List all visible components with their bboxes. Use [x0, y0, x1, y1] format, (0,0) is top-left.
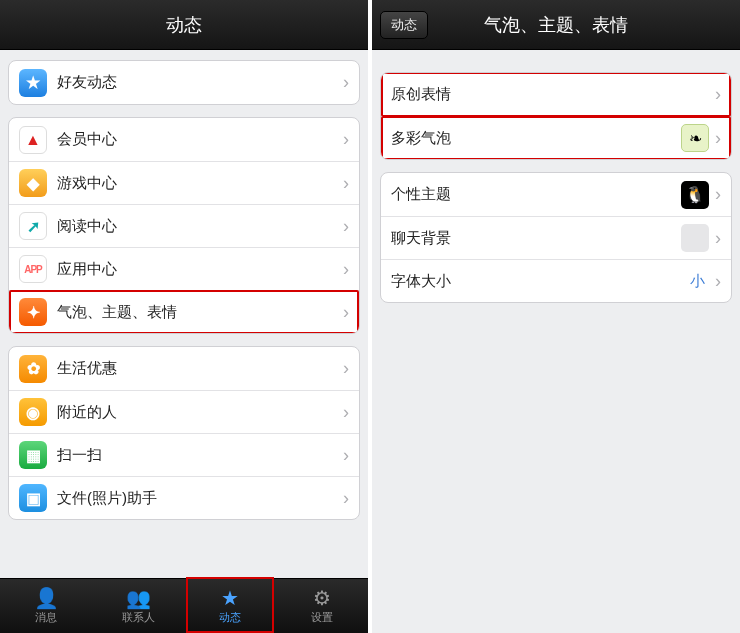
- chevron-right-icon: ›: [343, 488, 349, 509]
- list-group: ★好友动态›: [8, 60, 360, 105]
- chevron-right-icon: ›: [343, 302, 349, 323]
- back-label: 动态: [391, 17, 417, 32]
- row-color-bubble[interactable]: 多彩气泡❧›: [381, 116, 731, 159]
- chevron-right-icon: ›: [715, 184, 721, 205]
- chevron-right-icon: ›: [343, 402, 349, 423]
- list-group: 原创表情›多彩气泡❧›: [380, 72, 732, 160]
- life-icon: ✿: [19, 355, 47, 383]
- row-font[interactable]: 字体大小小›: [381, 259, 731, 302]
- person-icon: 👤: [34, 588, 59, 608]
- people-icon: 👥: [126, 588, 151, 608]
- vip-icon: ▲: [19, 126, 47, 154]
- row-label: 游戏中心: [57, 174, 337, 193]
- row-label: 扫一扫: [57, 446, 337, 465]
- row-nearby[interactable]: ◉附近的人›: [9, 390, 359, 433]
- theme-icon: ✦: [19, 298, 47, 326]
- row-label: 会员中心: [57, 130, 337, 149]
- row-label: 阅读中心: [57, 217, 337, 236]
- row-life-deals[interactable]: ✿生活优惠›: [9, 347, 359, 390]
- chevron-right-icon: ›: [343, 259, 349, 280]
- chevron-right-icon: ›: [715, 128, 721, 149]
- row-label: 文件(照片)助手: [57, 489, 337, 508]
- leaf-icon: ❧: [681, 124, 709, 152]
- peng-icon: 🐧: [681, 181, 709, 209]
- row-label: 气泡、主题、表情: [57, 303, 337, 322]
- tab-contacts[interactable]: 👥联系人: [92, 579, 184, 633]
- left-content: ★好友动态›▲会员中心›◆游戏中心›➚阅读中心›APP应用中心›✦气泡、主题、表…: [0, 50, 368, 578]
- tab-msg[interactable]: 👤消息: [0, 579, 92, 633]
- chevron-right-icon: ›: [343, 445, 349, 466]
- right-title: 气泡、主题、表情: [484, 15, 628, 35]
- row-friend-feed[interactable]: ★好友动态›: [9, 61, 359, 104]
- tab-label: 动态: [219, 610, 241, 625]
- row-chat-bg[interactable]: 聊天背景›: [381, 216, 731, 259]
- tab-feed[interactable]: ★动态: [184, 579, 276, 633]
- tab-label: 设置: [311, 610, 333, 625]
- row-read-center[interactable]: ➚阅读中心›: [9, 204, 359, 247]
- row-theme-bubble[interactable]: ✦气泡、主题、表情›: [9, 290, 359, 333]
- near-icon: ◉: [19, 398, 47, 426]
- chevron-right-icon: ›: [715, 271, 721, 292]
- tab-settings[interactable]: ⚙设置: [276, 579, 368, 633]
- tabbar: 👤消息👥联系人★动态⚙设置: [0, 578, 368, 633]
- row-label: 多彩气泡: [391, 129, 681, 148]
- chevron-right-icon: ›: [343, 358, 349, 379]
- row-label: 聊天背景: [391, 229, 681, 248]
- right-phone: 动态 气泡、主题、表情 原创表情›多彩气泡❧›个性主题🐧›聊天背景›字体大小小›: [372, 0, 740, 633]
- chevron-right-icon: ›: [343, 216, 349, 237]
- row-vip-center[interactable]: ▲会员中心›: [9, 118, 359, 161]
- right-header: 动态 气泡、主题、表情: [372, 0, 740, 50]
- list-group: ▲会员中心›◆游戏中心›➚阅读中心›APP应用中心›✦气泡、主题、表情›: [8, 117, 360, 334]
- row-file-helper[interactable]: ▣文件(照片)助手›: [9, 476, 359, 519]
- row-theme[interactable]: 个性主题🐧›: [381, 173, 731, 216]
- read-icon: ➚: [19, 212, 47, 240]
- list-group: ✿生活优惠›◉附近的人›▦扫一扫›▣文件(照片)助手›: [8, 346, 360, 520]
- left-phone: 动态 ★好友动态›▲会员中心›◆游戏中心›➚阅读中心›APP应用中心›✦气泡、主…: [0, 0, 368, 633]
- star-icon: ★: [19, 69, 47, 97]
- row-label: 个性主题: [391, 185, 681, 204]
- chevron-right-icon: ›: [715, 228, 721, 249]
- left-header: 动态: [0, 0, 368, 50]
- row-label: 附近的人: [57, 403, 337, 422]
- row-value: 小: [690, 272, 705, 291]
- row-label: 原创表情: [391, 85, 709, 104]
- chevron-right-icon: ›: [343, 129, 349, 150]
- tab-label: 联系人: [122, 610, 155, 625]
- gear-icon: ⚙: [313, 588, 331, 608]
- file-icon: ▣: [19, 484, 47, 512]
- row-orig-emoji[interactable]: 原创表情›: [381, 73, 731, 116]
- blank-icon: [681, 224, 709, 252]
- chevron-right-icon: ›: [715, 84, 721, 105]
- scan-icon: ▦: [19, 441, 47, 469]
- right-content: 原创表情›多彩气泡❧›个性主题🐧›聊天背景›字体大小小›: [372, 50, 740, 633]
- row-label: 应用中心: [57, 260, 337, 279]
- tab-label: 消息: [35, 610, 57, 625]
- game-icon: ◆: [19, 169, 47, 197]
- left-title: 动态: [166, 15, 202, 35]
- row-app-center[interactable]: APP应用中心›: [9, 247, 359, 290]
- chevron-right-icon: ›: [343, 173, 349, 194]
- row-label: 字体大小: [391, 272, 690, 291]
- back-button[interactable]: 动态: [380, 11, 428, 39]
- chevron-right-icon: ›: [343, 72, 349, 93]
- row-label: 生活优惠: [57, 359, 337, 378]
- list-group: 个性主题🐧›聊天背景›字体大小小›: [380, 172, 732, 303]
- app-icon: APP: [19, 255, 47, 283]
- star-icon: ★: [221, 588, 239, 608]
- row-scan[interactable]: ▦扫一扫›: [9, 433, 359, 476]
- row-label: 好友动态: [57, 73, 337, 92]
- row-game-center[interactable]: ◆游戏中心›: [9, 161, 359, 204]
